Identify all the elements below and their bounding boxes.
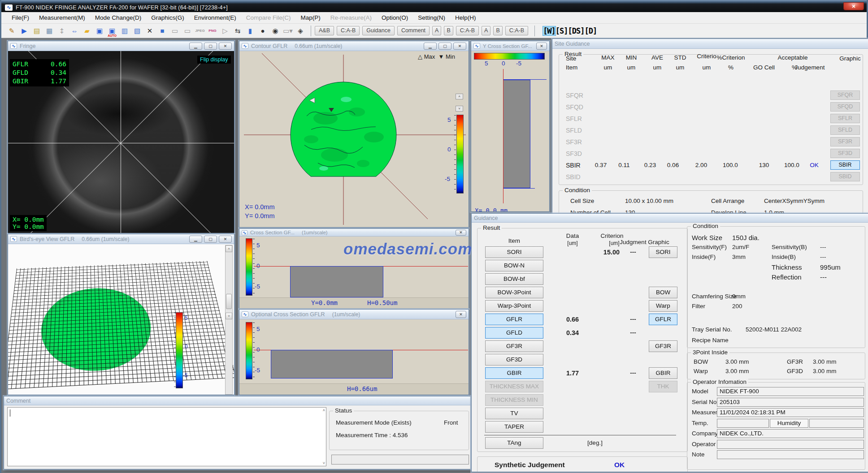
menu-item-environment-e-[interactable]: Environment(E): [189, 13, 241, 23]
memo-icon[interactable]: ▤: [31, 26, 43, 36]
save-auto-icon[interactable]: ▣AUTO: [106, 26, 118, 36]
site-graphic-button-sbid[interactable]: SBID: [830, 172, 860, 181]
scroll-up-icon[interactable]: ˄: [226, 245, 232, 252]
close-icon[interactable]: ✕: [536, 43, 547, 50]
close-icon[interactable]: ✕: [456, 230, 466, 236]
display-mode-indicator[interactable]: [W][S][DS][D]: [543, 26, 597, 35]
operator-field-company[interactable]: NIDEK Co.,LTD.: [717, 429, 864, 438]
site-graphic-button-sfld[interactable]: SFLD: [830, 125, 860, 135]
scale-down-icon[interactable]: ˅: [456, 106, 463, 112]
contour-legend[interactable]: △ Max ▼ Min: [418, 53, 455, 60]
mode-segment-w[interactable]: [W]: [543, 26, 556, 35]
flip-display-button[interactable]: Flip display: [197, 56, 231, 64]
site-graphic-button-sfqr[interactable]: SFQR: [830, 90, 860, 100]
close-button[interactable]: ✕: [843, 2, 864, 10]
mode-segment-s[interactable]: [S]: [556, 26, 568, 35]
operator-field-operator-name[interactable]: [717, 440, 864, 449]
close-icon[interactable]: ✕: [453, 43, 466, 50]
scroll-thumb[interactable]: [226, 294, 232, 309]
minimize-icon[interactable]: ▁: [424, 43, 437, 50]
fringe-titlebar[interactable]: ∿ Fringe ▁ ▢ ✕: [8, 41, 234, 51]
paste-icon[interactable]: ▧: [131, 26, 143, 36]
comment-textarea[interactable]: ˄ ˅: [7, 407, 326, 466]
contour-titlebar[interactable]: ∿ Contour GFLR 0.66um (1um/scale) ▁ ▢ ✕: [239, 41, 469, 51]
vertical-scrollbar[interactable]: ˄ ˅: [225, 245, 233, 395]
item-button-bow-3point[interactable]: BOW-3Point: [485, 287, 543, 298]
site-graphic-button-sfqd[interactable]: SFQD: [830, 102, 860, 112]
scale-up-icon[interactable]: ˄: [456, 94, 463, 99]
toolbar-toggle-3-comment[interactable]: Comment: [397, 26, 430, 35]
menu-item-re-measure-a-[interactable]: Re-measure(A): [326, 13, 377, 23]
delete-icon[interactable]: ✕: [144, 26, 156, 36]
menu-item-file-f-[interactable]: File(F): [7, 13, 34, 23]
marker-diamond-icon[interactable]: ◈: [295, 26, 306, 36]
graphic-button-gflr[interactable]: GFLR: [649, 314, 677, 325]
operator-field-measurement-date[interactable]: 11/01/2024 02:18:31 PM: [717, 408, 864, 417]
operator-field-model[interactable]: NIDEK FT-900: [717, 387, 864, 396]
print-dropdown-icon[interactable]: ▭▾: [282, 26, 294, 36]
status-field[interactable]: [331, 455, 469, 464]
transfer-icon[interactable]: ⇆: [232, 26, 243, 36]
maximize-icon[interactable]: ▢: [438, 43, 451, 50]
play-gray-icon[interactable]: ▷: [219, 26, 231, 36]
menu-item-map-p-[interactable]: Map(P): [295, 13, 325, 23]
xcross-titlebar[interactable]: ∿ Cross Section GF... (1um/scale) ✕: [239, 229, 469, 236]
item-button-warp-3point[interactable]: Warp-3Point: [485, 300, 543, 312]
item-button-gfld[interactable]: GFLD: [485, 327, 543, 339]
item-button-gf3r[interactable]: GF3R: [485, 340, 543, 352]
toolbar-toggle-1-cab[interactable]: C:A-B: [337, 26, 360, 35]
item-button-gflr[interactable]: GFLR: [485, 314, 543, 325]
menu-item-option-o-[interactable]: Option(O): [377, 13, 413, 23]
mode-segment-d[interactable]: [D]: [585, 26, 597, 35]
print-2-icon[interactable]: ▭: [182, 26, 193, 36]
open-folder-icon[interactable]: ▰: [81, 26, 93, 36]
item-button-taper[interactable]: TAPER: [485, 421, 543, 433]
scroll-down-icon[interactable]: ˅: [323, 461, 325, 465]
display-settings-icon[interactable]: ■: [156, 26, 168, 36]
graphic-button-thk[interactable]: THK: [649, 381, 677, 392]
graphic-button-bow[interactable]: BOW: [649, 287, 677, 298]
graphic-button-warp[interactable]: Warp: [649, 300, 677, 312]
item-button-bow-bf[interactable]: BOW-bf: [485, 273, 543, 285]
site-graphic-button-sf3r[interactable]: SF3R: [830, 137, 860, 146]
toolbar-toggle-6-cab[interactable]: C:A-B: [456, 26, 479, 35]
run-measurement-icon[interactable]: ▶: [18, 26, 30, 36]
item-button-gf3d[interactable]: GF3D: [485, 354, 543, 366]
panel-icon[interactable]: ▮: [244, 26, 256, 36]
scroll-down-icon[interactable]: ˅: [226, 313, 232, 319]
comment-titlebar[interactable]: Comment: [4, 396, 470, 405]
item-button-gbir[interactable]: GBIR: [485, 367, 543, 379]
mode-segment-ds[interactable]: [DS]: [568, 26, 585, 35]
toolbar-toggle-0-ab[interactable]: A&B: [315, 26, 334, 35]
guidance-titlebar[interactable]: Guidance: [472, 214, 868, 223]
save-png-icon[interactable]: PNG: [207, 26, 218, 36]
scroll-up-icon[interactable]: ˄: [323, 408, 325, 413]
menu-item-graphics-g-[interactable]: Graphics(G): [146, 13, 189, 23]
minimize-icon[interactable]: ▁: [189, 43, 202, 50]
probe-icon[interactable]: ‡: [56, 26, 68, 36]
optcross-titlebar[interactable]: ∿ Optional Cross Section GFLR (1um/scale…: [239, 310, 469, 319]
toolbar-toggle-5-b[interactable]: B: [444, 26, 453, 35]
toolbar-toggle-4-a[interactable]: A: [432, 26, 441, 35]
report-display-icon[interactable]: ▦: [43, 26, 55, 36]
item-button-thickness-min[interactable]: THICKNESS MIN: [485, 394, 543, 406]
maximize-icon[interactable]: ▢: [204, 236, 217, 243]
circle-mask-icon[interactable]: ●: [257, 26, 269, 36]
item-button-tv[interactable]: TV: [485, 408, 543, 419]
item-button-sori[interactable]: SORI: [485, 246, 543, 258]
toolbar-toggle-7-a[interactable]: A: [482, 26, 490, 35]
print-1-icon[interactable]: ▭: [169, 26, 181, 36]
item-button-tang[interactable]: TAng: [485, 437, 543, 449]
graphic-button-sori[interactable]: SORI: [649, 246, 677, 258]
close-icon[interactable]: ✕: [219, 43, 232, 50]
menu-item-setting-n-[interactable]: Setting(N): [413, 13, 450, 23]
birdseye-titlebar[interactable]: ∿ Bird's-eye View GFLR 0.66um (1um/scale…: [8, 234, 234, 244]
site-graphic-button-sbir[interactable]: SBIR: [830, 160, 860, 170]
edit-measure-icon[interactable]: ✎: [6, 26, 17, 36]
save-icon[interactable]: ▣: [94, 26, 105, 36]
operator-field-humidity[interactable]: [809, 419, 864, 428]
menu-item-mode-change-d-[interactable]: Mode Change(D): [90, 13, 147, 23]
swap-horizontal-icon[interactable]: ⇔: [69, 26, 80, 36]
graphic-button-gf3r[interactable]: GF3R: [649, 340, 677, 352]
site-graphic-button-sf3d[interactable]: SF3D: [830, 149, 860, 158]
